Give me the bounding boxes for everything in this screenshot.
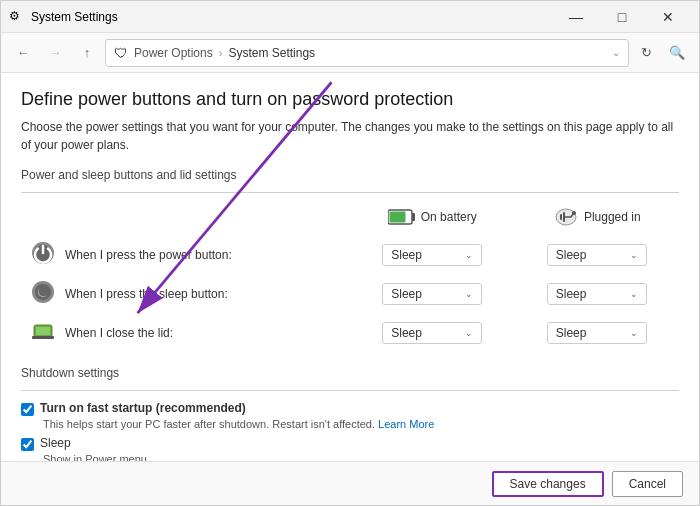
- svg-rect-4: [389, 212, 405, 223]
- title-bar-controls: — □ ✕: [553, 1, 691, 33]
- battery-dropdown-lid[interactable]: Sleep ⌄: [382, 322, 482, 344]
- row-label-cell: When I close the lid:: [21, 313, 350, 352]
- plugged-chevron-icon: ⌄: [630, 250, 638, 260]
- svg-point-6: [572, 211, 576, 215]
- plugged-chevron-icon: ⌄: [630, 328, 638, 338]
- svg-rect-14: [36, 327, 50, 335]
- checkbox-wrapper-fast-startup: Turn on fast startup (recommended)This h…: [21, 401, 679, 430]
- table-row: When I press the power button: Sleep ⌄ S…: [21, 235, 679, 274]
- plugged-dropdown-cell: Sleep ⌄: [515, 274, 680, 313]
- shutdown-section: Shutdown settings Turn on fast startup (…: [21, 366, 679, 461]
- row-label-text: When I press the power button:: [65, 248, 232, 262]
- page-title: Define power buttons and turn on passwor…: [21, 89, 679, 110]
- battery-dropdown-cell: Sleep ⌄: [350, 235, 515, 274]
- checkbox-wrapper-sleep: SleepShow in Power menu.: [21, 436, 679, 461]
- row-label-text: When I press the sleep button:: [65, 287, 228, 301]
- row-label-cell: When I press the power button:: [21, 235, 350, 274]
- checkbox-row-sleep: Sleep: [21, 436, 679, 451]
- battery-dropdown-sleep-button[interactable]: Sleep ⌄: [382, 283, 482, 305]
- col-plugged-header: Plugged in: [515, 203, 680, 235]
- plugged-dropdown-cell: Sleep ⌄: [515, 235, 680, 274]
- minimize-button[interactable]: —: [553, 1, 599, 33]
- checkbox-label-sleep[interactable]: Sleep: [40, 436, 71, 450]
- battery-chevron-icon: ⌄: [465, 289, 473, 299]
- svg-rect-3: [412, 213, 415, 221]
- col-plugged-label: Plugged in: [584, 210, 641, 224]
- plugged-value: Sleep: [556, 287, 587, 301]
- content-area: Define power buttons and turn on passwor…: [1, 73, 699, 461]
- row-icon: [29, 317, 57, 348]
- row-icon: [29, 239, 57, 270]
- plugged-icon: [553, 207, 579, 227]
- power-table: On battery Plugged in: [21, 203, 679, 352]
- plugged-dropdown-cell: Sleep ⌄: [515, 313, 680, 352]
- battery-value: Sleep: [391, 248, 422, 262]
- cancel-button[interactable]: Cancel: [612, 471, 683, 497]
- forward-button[interactable]: →: [41, 39, 69, 67]
- address-bar[interactable]: 🛡 Power Options › System Settings ⌄: [105, 39, 629, 67]
- checkbox-fast-startup[interactable]: [21, 403, 34, 416]
- address-breadcrumb: Power Options: [134, 46, 213, 60]
- section1-title: Power and sleep buttons and lid settings: [21, 168, 679, 186]
- maximize-button[interactable]: □: [599, 1, 645, 33]
- plugged-value: Sleep: [556, 326, 587, 340]
- window-icon: ⚙: [9, 9, 25, 25]
- save-button[interactable]: Save changes: [492, 471, 604, 497]
- plugged-chevron-icon: ⌄: [630, 289, 638, 299]
- footer: Save changes Cancel: [1, 461, 699, 505]
- battery-value: Sleep: [391, 287, 422, 301]
- address-icon: 🛡: [114, 45, 128, 61]
- section2-title: Shutdown settings: [21, 366, 679, 384]
- plugged-dropdown-power-button[interactable]: Sleep ⌄: [547, 244, 647, 266]
- battery-chevron-icon: ⌄: [465, 328, 473, 338]
- row-label-cell: When I press the sleep button:: [21, 274, 350, 313]
- nav-bar: ← → ↑ 🛡 Power Options › System Settings …: [1, 33, 699, 73]
- svg-rect-13: [32, 336, 54, 339]
- section2-divider: [21, 390, 679, 391]
- svg-point-11: [35, 284, 51, 300]
- row-icon: [29, 278, 57, 309]
- title-bar: ⚙ System Settings — □ ✕: [1, 1, 699, 33]
- section1-divider: [21, 192, 679, 193]
- battery-value: Sleep: [391, 326, 422, 340]
- plugged-dropdown-sleep-button[interactable]: Sleep ⌄: [547, 283, 647, 305]
- back-button[interactable]: ←: [9, 39, 37, 67]
- battery-dropdown-power-button[interactable]: Sleep ⌄: [382, 244, 482, 266]
- checkbox-row-fast-startup: Turn on fast startup (recommended): [21, 401, 679, 416]
- battery-dropdown-cell: Sleep ⌄: [350, 313, 515, 352]
- page-description: Choose the power settings that you want …: [21, 118, 679, 154]
- search-button[interactable]: 🔍: [663, 39, 691, 67]
- checkbox-label-fast-startup[interactable]: Turn on fast startup (recommended): [40, 401, 246, 415]
- checkboxes-container: Turn on fast startup (recommended)This h…: [21, 401, 679, 461]
- table-row: When I press the sleep button: Sleep ⌄ S…: [21, 274, 679, 313]
- sub-text-sleep: Show in Power menu.: [43, 453, 679, 461]
- col-label-header: [21, 203, 350, 235]
- checkbox-sleep[interactable]: [21, 438, 34, 451]
- plugged-dropdown-lid[interactable]: Sleep ⌄: [547, 322, 647, 344]
- battery-chevron-icon: ⌄: [465, 250, 473, 260]
- col-battery-header: On battery: [350, 203, 515, 235]
- battery-icon: [388, 208, 416, 226]
- close-button[interactable]: ✕: [645, 1, 691, 33]
- plugged-value: Sleep: [556, 248, 587, 262]
- table-row: When I close the lid: Sleep ⌄ Sleep ⌄: [21, 313, 679, 352]
- refresh-button[interactable]: ↻: [633, 40, 659, 66]
- row-label-text: When I close the lid:: [65, 326, 173, 340]
- col-battery-label: On battery: [421, 210, 477, 224]
- up-button[interactable]: ↑: [73, 39, 101, 67]
- window-title: System Settings: [31, 10, 553, 24]
- window: ⚙ System Settings — □ ✕ ← → ↑ 🛡 Power Op…: [0, 0, 700, 506]
- learn-more-link[interactable]: Learn More: [375, 418, 434, 430]
- battery-dropdown-cell: Sleep ⌄: [350, 274, 515, 313]
- sub-text-fast-startup: This helps start your PC faster after sh…: [43, 418, 679, 430]
- breadcrumb-separator: ›: [219, 47, 223, 59]
- address-chevron-icon: ⌄: [612, 47, 620, 58]
- breadcrumb-current: System Settings: [228, 46, 315, 60]
